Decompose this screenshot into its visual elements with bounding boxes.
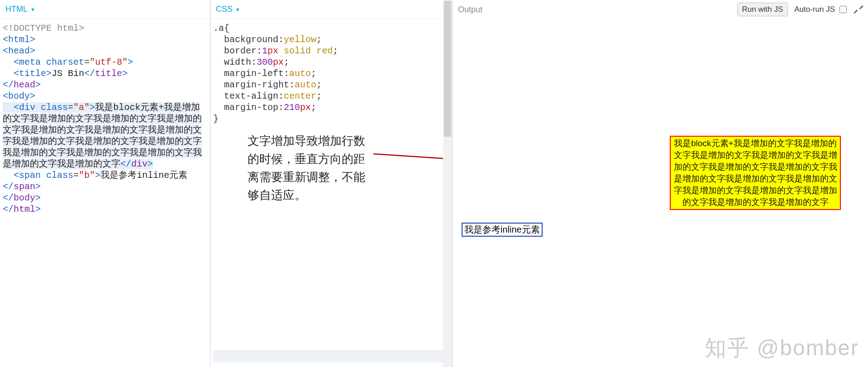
css-panel-header: CSS ▼ (210, 0, 452, 19)
html-tab[interactable]: HTML ▼ (5, 5, 35, 14)
css-tab[interactable]: CSS ▼ (216, 5, 240, 14)
scrollbar-thumb[interactable] (444, 1, 451, 137)
output-block-element: 我是block元素+我是增加的文字我是增加的文字我是增加的文字我是增加的文字我是… (670, 136, 841, 210)
html-panel: HTML ▼ <!DOCTYPE html> <html> <head> <me… (0, 0, 210, 367)
svg-line-1 (373, 154, 453, 172)
autorun-checkbox[interactable] (839, 6, 847, 13)
output-inline-element: 我是参考inline元素 (462, 223, 543, 237)
run-with-js-button[interactable]: Run with JS (737, 3, 788, 16)
html-code-editor[interactable]: <!DOCTYPE html> <html> <head> <meta char… (0, 19, 210, 367)
dropdown-caret-icon: ▼ (30, 7, 35, 12)
autorun-toggle[interactable]: Auto-run JS (794, 5, 848, 14)
code-token: <!DOCTYPE html> (3, 23, 84, 33)
css-panel-footer-bar (213, 350, 449, 362)
expand-icon[interactable] (854, 5, 863, 14)
css-tab-label: CSS (216, 5, 233, 14)
html-tab-label: HTML (5, 5, 28, 14)
css-panel: CSS ▼ .a{ background:yellow; border:1px … (210, 0, 453, 367)
annotation-arrow-icon (373, 140, 453, 195)
vertical-scrollbar[interactable] (443, 0, 452, 367)
output-render-area: 我是block元素+我是增加的文字我是增加的文字我是增加的文字我是增加的文字我是… (453, 19, 868, 367)
output-panel: Output Run with JS Auto-run JS 我是block元素… (453, 0, 868, 367)
autorun-label: Auto-run JS (794, 5, 835, 14)
output-tab-label: Output (458, 5, 482, 14)
dropdown-caret-icon: ▼ (235, 7, 240, 12)
annotation-text: 文字增加导致增加行数的时候，垂直方向的距离需要重新调整，不能够自适应。 (248, 132, 365, 205)
html-panel-header: HTML ▼ (0, 0, 210, 19)
output-panel-header: Output Run with JS Auto-run JS (453, 0, 868, 19)
